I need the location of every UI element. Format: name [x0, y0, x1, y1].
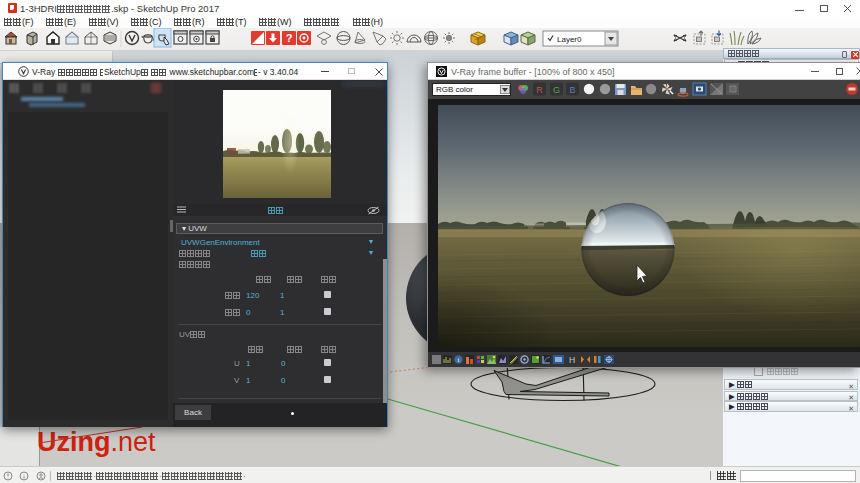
- svg-text:?: ?: [286, 32, 293, 44]
- svg-text:Layer0: Layer0: [557, 35, 582, 44]
- svg-text:B: B: [569, 85, 575, 95]
- svg-text:G: G: [553, 85, 560, 95]
- svg-text:R: R: [536, 85, 543, 95]
- svg-text:H: H: [569, 355, 575, 365]
- svg-text:i: i: [458, 356, 460, 364]
